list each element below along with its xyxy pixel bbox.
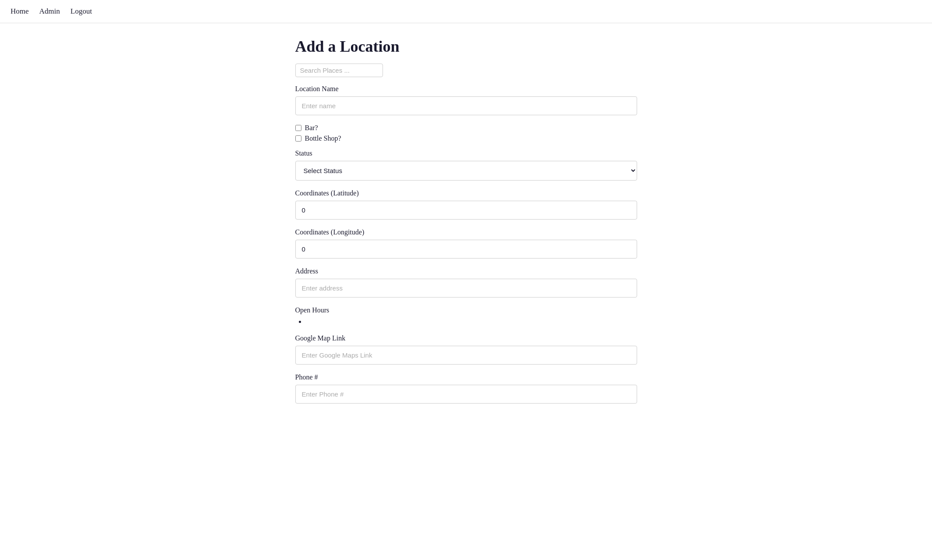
longitude-label: Coordinates (Longitude) <box>295 228 637 236</box>
nav-logout[interactable]: Logout <box>71 7 92 16</box>
open-hours-item <box>306 318 637 326</box>
bottle-shop-label: Bottle Shop? <box>305 135 341 142</box>
address-label: Address <box>295 267 637 275</box>
location-name-label: Location Name <box>295 85 637 93</box>
latitude-label: Coordinates (Latitude) <box>295 189 637 197</box>
google-map-input[interactable] <box>295 346 637 365</box>
checkbox-group: Bar? Bottle Shop? <box>295 124 637 142</box>
location-name-group: Location Name <box>295 85 637 115</box>
page-title: Add a Location <box>295 37 637 56</box>
status-group: Status Select Status Active Inactive <box>295 149 637 181</box>
bottle-shop-checkbox[interactable] <box>295 135 301 142</box>
google-map-label: Google Map Link <box>295 334 637 342</box>
address-input[interactable] <box>295 279 637 298</box>
nav-home[interactable]: Home <box>11 7 29 16</box>
phone-input[interactable] <box>295 385 637 404</box>
bar-label: Bar? <box>305 124 318 132</box>
status-label: Status <box>295 149 637 157</box>
latitude-group: Coordinates (Latitude) <box>295 189 637 220</box>
open-hours-group: Open Hours <box>295 306 637 326</box>
longitude-input[interactable] <box>295 240 637 259</box>
location-name-input[interactable] <box>295 96 637 115</box>
bar-checkbox[interactable] <box>295 125 301 131</box>
main-content: Add a Location Location Name Bar? Bottle… <box>225 23 707 439</box>
open-hours-label: Open Hours <box>295 306 637 314</box>
search-places-input[interactable] <box>295 64 383 77</box>
open-hours-list <box>295 318 637 326</box>
status-select[interactable]: Select Status Active Inactive <box>295 161 637 181</box>
bottle-shop-checkbox-label[interactable]: Bottle Shop? <box>295 135 637 142</box>
bar-checkbox-label[interactable]: Bar? <box>295 124 637 132</box>
latitude-input[interactable] <box>295 201 637 220</box>
nav-admin[interactable]: Admin <box>39 7 60 16</box>
google-map-group: Google Map Link <box>295 334 637 365</box>
phone-group: Phone # <box>295 373 637 404</box>
navigation: Home Admin Logout <box>0 0 932 23</box>
phone-label: Phone # <box>295 373 637 381</box>
longitude-group: Coordinates (Longitude) <box>295 228 637 259</box>
address-group: Address <box>295 267 637 298</box>
